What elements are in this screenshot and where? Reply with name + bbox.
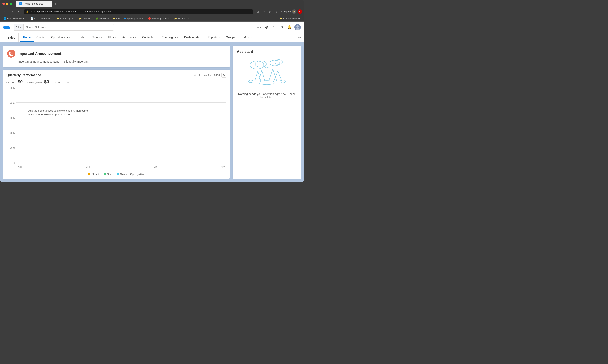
nav-edit-icon[interactable]: ✏ [298, 33, 301, 42]
bookmark-mooperk[interactable]: 🌿 Moo Perk [94, 17, 110, 21]
tab-bar: Home | Salesforce ✕ + [16, 0, 58, 7]
nav-item-contacts[interactable]: Contacts ▼ [139, 33, 159, 42]
legend-dot-closed-open [117, 173, 119, 175]
chart-ylabel-500k: 500k [10, 87, 15, 89]
svg-point-9 [250, 61, 264, 69]
nav-item-reports[interactable]: Reports ▼ [205, 33, 223, 42]
nav-item-more[interactable]: More ▼ [241, 33, 256, 42]
nav-item-groups[interactable]: Groups ▼ [223, 33, 241, 42]
tab-close-button[interactable]: ✕ [46, 2, 49, 5]
nav-item-leads[interactable]: Leads ▼ [74, 33, 90, 42]
bookmark-star-icon[interactable]: ☆ [261, 9, 266, 14]
nav-item-dashboards[interactable]: Dashboards ▼ [181, 33, 205, 42]
maximize-button[interactable] [10, 3, 12, 5]
help-icon[interactable]: ? [272, 25, 277, 30]
nav-item-tasks[interactable]: Tasks ▼ [90, 33, 105, 42]
settings-icon[interactable]: ⚙ [267, 9, 272, 14]
forward-button[interactable]: → [9, 9, 15, 14]
bookmark-coolstuff[interactable]: 📁 Cool Stuff [77, 17, 94, 21]
sf-nav: ⣿ Sales Home Chatter Opportunities ▼ Lea… [0, 33, 304, 42]
bookmarks-more-button[interactable]: » [187, 17, 191, 20]
legend-closed-open: Closed + Open (>70%) [117, 173, 145, 176]
svg-rect-8 [10, 54, 11, 55]
back-button[interactable]: ← [2, 9, 8, 14]
bookmark-interesting[interactable]: 📁 Interesting stuff [55, 17, 77, 21]
notification-icon[interactable]: 🔔 [287, 25, 292, 30]
sf-left-column: Important Announcement! Important announ… [3, 46, 230, 179]
sf-right-column: Assistant [233, 46, 301, 179]
salesforce-app: All ▼ ☆▼ ⊕ ? ⚙ 🔔 ⣿ Sales [0, 22, 304, 182]
chart-ylabel-200k: 200k [10, 132, 15, 134]
browser-titlebar: Home | Salesforce ✕ + [0, 0, 304, 8]
chart-ylabel-0: 0 [14, 162, 15, 164]
legend-dot-closed [88, 173, 90, 175]
announcement-title: Important Announcement! [18, 52, 63, 56]
bookmark-sme[interactable]: 📄 SME Council for l... [29, 17, 55, 21]
assistant-card: Assistant [233, 46, 301, 179]
bookmark-favicon-coolstuff: 📁 [79, 17, 82, 20]
chart-legend: Closed Goal Closed + Open (>70%) [6, 172, 226, 176]
nav-item-opportunities[interactable]: Opportunities ▼ [49, 33, 74, 42]
bookmark-other[interactable]: 📁 Other Bookmarks [278, 17, 302, 21]
sf-header-actions: ☆▼ ⊕ ? ⚙ 🔔 [256, 24, 301, 30]
chart-grid [16, 87, 226, 164]
refresh-button[interactable]: ↻ [16, 9, 22, 14]
chart-empty-message: Add the opportunities you're working on,… [16, 108, 226, 116]
bookmark-favicon-lightning: 🔷 [124, 17, 126, 20]
bookmark-favicon-sme: 📄 [31, 17, 33, 20]
perf-refresh-button[interactable]: ↻ [221, 73, 226, 78]
user-avatar[interactable] [294, 24, 301, 30]
bookmark-bed[interactable]: 📁 Bed [111, 17, 122, 21]
incognito-avatar: 🕵 [292, 9, 296, 14]
url-path: /lightning/page/home [89, 10, 111, 13]
chart-yaxis: 500k 400k 300k 200k 100k 0 [6, 87, 16, 164]
opportunities-chevron: ▼ [69, 36, 71, 38]
setup-icon[interactable]: ⚙ [279, 25, 284, 30]
svg-rect-4 [10, 52, 13, 56]
nav-item-home[interactable]: Home [20, 33, 34, 42]
sf-nav-app: ⣿ Sales [3, 33, 19, 42]
url-host: speed-platform-4523-dev-ed.lightning.for… [37, 10, 88, 13]
new-tab-button[interactable]: + [53, 1, 58, 7]
favorites-icon[interactable]: ☆▼ [256, 25, 261, 30]
nav-item-chatter[interactable]: Chatter [34, 33, 49, 42]
profile-avatar[interactable]: ● [298, 9, 302, 14]
campaigns-chevron: ▼ [177, 36, 179, 38]
perf-stat-closed: CLOSED $0 [6, 79, 23, 84]
add-icon[interactable]: ⊕ [264, 25, 269, 30]
nav-item-accounts[interactable]: Accounts ▼ [119, 33, 139, 42]
perf-goal-edit-icon[interactable]: ✏ [67, 81, 69, 84]
gridline-400k [16, 102, 226, 103]
cast-icon[interactable]: ⊡ [255, 9, 260, 14]
nav-item-campaigns[interactable]: Campaigns ▼ [159, 33, 181, 42]
bookmark-favicon-webmail: 🌐 [4, 17, 6, 20]
traffic-lights [2, 3, 12, 5]
app-launcher-icon[interactable]: ⣿ [3, 35, 6, 40]
incognito-area: Incognito 🕵 ● [281, 9, 302, 14]
address-box[interactable]: 🔒 https://speed-platform-4523-dev-ed.lig… [24, 9, 253, 14]
minimize-button[interactable] [6, 3, 8, 5]
active-tab[interactable]: Home | Salesforce ✕ [16, 0, 52, 7]
bookmark-webmail[interactable]: 🌐 https://webmail.d... [2, 17, 27, 21]
chart-ylabel-300k: 300k [10, 117, 15, 119]
bookmark-klouter[interactable]: 📁 Klouter [173, 17, 186, 21]
bookmark-favicon-other: 📁 [280, 17, 282, 20]
chart-xlabel-nov: Nov [221, 166, 225, 168]
gridline-500k [16, 87, 226, 87]
nav-item-files[interactable]: Files ▼ [105, 33, 119, 42]
search-input[interactable] [24, 24, 114, 31]
close-button[interactable] [2, 3, 5, 5]
extensions-icon[interactable]: ⚏ [273, 9, 278, 14]
perf-header: Quarterly Performance As of Today 9:59:0… [6, 73, 226, 78]
perf-updated: As of Today 9:59:08 PM ↻ [194, 73, 226, 78]
sf-search-area: All ▼ [14, 24, 114, 31]
chart-ylabel-100k: 100k [10, 147, 15, 149]
svg-point-12 [275, 60, 283, 65]
sf-app-name: Sales [7, 36, 15, 39]
bookmarks-bar: 🌐 https://webmail.d... 📄 SME Council for… [0, 16, 304, 22]
svg-marker-15 [269, 69, 277, 81]
chart-xlabel-sep: Sep [86, 166, 90, 168]
bookmark-mainstage[interactable]: 🔴 Mainstage Video:... [147, 17, 172, 21]
bookmark-lightning[interactable]: 🔷 lightning-datatat... [122, 17, 146, 21]
search-scope-dropdown[interactable]: All ▼ [14, 24, 24, 31]
